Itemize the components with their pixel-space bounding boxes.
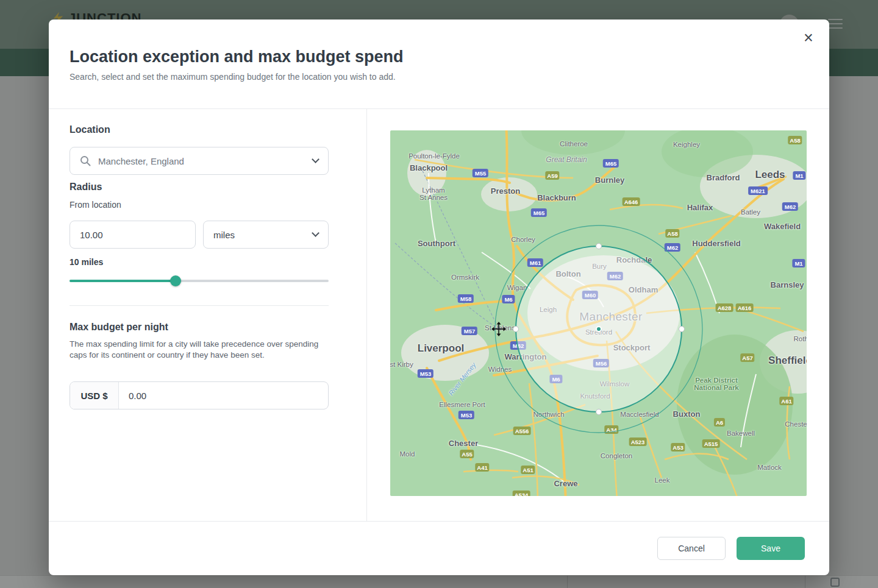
map-label: Great Britain: [546, 155, 587, 164]
location-search-input[interactable]: [98, 156, 313, 166]
map-label: M62: [782, 202, 798, 211]
map-label: M62: [510, 341, 526, 350]
map-label: M62: [665, 243, 680, 252]
radius-slider[interactable]: [70, 275, 329, 286]
footer-divider: [49, 521, 829, 522]
budget-description: The max spending limit for a city will t…: [70, 339, 332, 361]
map-label: Lytham St Annes: [419, 186, 448, 201]
map-label: A53: [671, 443, 685, 452]
map-label: A6: [714, 418, 725, 427]
map-label: A523: [629, 437, 647, 446]
map-label: Ormskirk: [451, 274, 479, 281]
map-label: M58: [458, 294, 474, 303]
radius-slider-fill: [70, 280, 176, 282]
map-label: Keighley: [673, 141, 700, 148]
map-label: Wilmslow: [600, 380, 630, 388]
map-label: Peak District National Park: [694, 377, 739, 391]
save-button[interactable]: Save: [737, 537, 805, 560]
map-label: Chorley: [511, 236, 535, 243]
map-label: Liverpool: [418, 342, 465, 355]
map-label: Stockport: [613, 343, 651, 352]
header-divider: [49, 108, 829, 109]
map-label: A57: [740, 353, 754, 362]
radius-map[interactable]: ClitheroeKeighleyPoulton-le-FyldeGreat B…: [390, 130, 807, 496]
budget-input[interactable]: [119, 391, 328, 401]
map-label: M53: [459, 411, 474, 419]
map-label: Huddersfield: [692, 239, 740, 248]
map-label: M62: [607, 272, 623, 280]
map-label: A61: [779, 397, 793, 405]
map-label: M53: [418, 369, 434, 378]
map-label: Rochdale: [616, 255, 652, 264]
map-label: Manchester: [579, 310, 642, 324]
map-label: M55: [473, 169, 488, 177]
map-label: Blackpool: [410, 163, 448, 172]
budget-heading: Max budget per night: [70, 322, 168, 333]
chevron-down-icon[interactable]: [312, 155, 319, 163]
map-label: A58: [665, 229, 679, 238]
map-label: Leeds: [755, 169, 785, 181]
map-label: A51: [521, 466, 535, 474]
map-label: M1: [793, 171, 805, 180]
map-label: Crewe: [554, 479, 577, 488]
radius-heading: Radius: [70, 182, 102, 193]
map-label: A616: [736, 303, 754, 312]
map-label: Bury: [592, 263, 607, 270]
map-label: Chester: [449, 439, 478, 448]
map-label: Buxton: [673, 409, 701, 419]
map-label: M621: [748, 186, 768, 195]
search-icon: [80, 155, 91, 166]
map-label: Batley: [741, 208, 760, 216]
map-label: Bradford: [707, 173, 740, 182]
map-label: Rotherham: [794, 335, 807, 342]
map-label: M57: [462, 327, 477, 335]
content-divider: [366, 108, 367, 521]
budget-field[interactable]: USD $: [70, 381, 329, 409]
map-label: M1: [792, 259, 805, 267]
map-label: A41: [475, 463, 489, 472]
screen: JUNCTION × Location exception and max bu…: [0, 0, 878, 588]
map-label: M6: [502, 295, 515, 303]
from-location-label: From location: [70, 200, 121, 210]
map-label: Congleton: [601, 452, 632, 459]
map-label: Bakewell: [727, 430, 755, 437]
map-label: A34: [604, 425, 618, 434]
location-search-field[interactable]: [70, 147, 329, 175]
location-exception-modal: × Location exception and max budget spen…: [49, 19, 829, 575]
map-label: Stretford: [585, 328, 612, 336]
map-label: Halifax: [687, 203, 713, 212]
map-label: Chesterfield: [785, 420, 807, 428]
map-label: Oldham: [629, 285, 658, 294]
radius-unit-select[interactable]: miles: [203, 221, 329, 249]
map-label: Bolton: [555, 269, 580, 278]
map-label: Burnley: [595, 175, 624, 185]
section-divider: [70, 305, 329, 306]
map-label: A646: [623, 197, 640, 206]
map-label: M65: [531, 208, 547, 217]
map-label: Barnsley: [771, 280, 804, 289]
map-label: Knutsford: [580, 392, 610, 400]
radius-unit-value: miles: [213, 230, 235, 240]
map-label: Warrington: [505, 352, 547, 361]
map-label: Leek: [655, 476, 670, 484]
map-label: A58: [788, 136, 802, 144]
map-label: M60: [582, 291, 598, 299]
map-label: A556: [513, 427, 531, 435]
radius-slider-handle[interactable]: [170, 275, 181, 286]
map-label: Ellesmere Port: [439, 401, 485, 408]
close-icon[interactable]: ×: [799, 28, 818, 48]
modal-subtitle: Search, select and set the maximum spend…: [70, 72, 396, 82]
map-label: Wigan: [507, 284, 527, 291]
map-label: M56: [593, 359, 609, 367]
map-label: A59: [545, 171, 559, 180]
map-label: Matlock: [757, 464, 782, 471]
radius-display-label: 10 miles: [70, 257, 103, 267]
map-label: Macclesfield: [620, 411, 659, 418]
map-label: Clitheroe: [560, 140, 588, 147]
map-label: Northwich: [533, 411, 564, 418]
map-label: M6: [549, 375, 562, 383]
map-label: M61: [527, 258, 543, 267]
cancel-button[interactable]: Cancel: [657, 537, 726, 560]
radius-value-input[interactable]: [80, 230, 185, 240]
radius-value-field[interactable]: [70, 221, 196, 249]
